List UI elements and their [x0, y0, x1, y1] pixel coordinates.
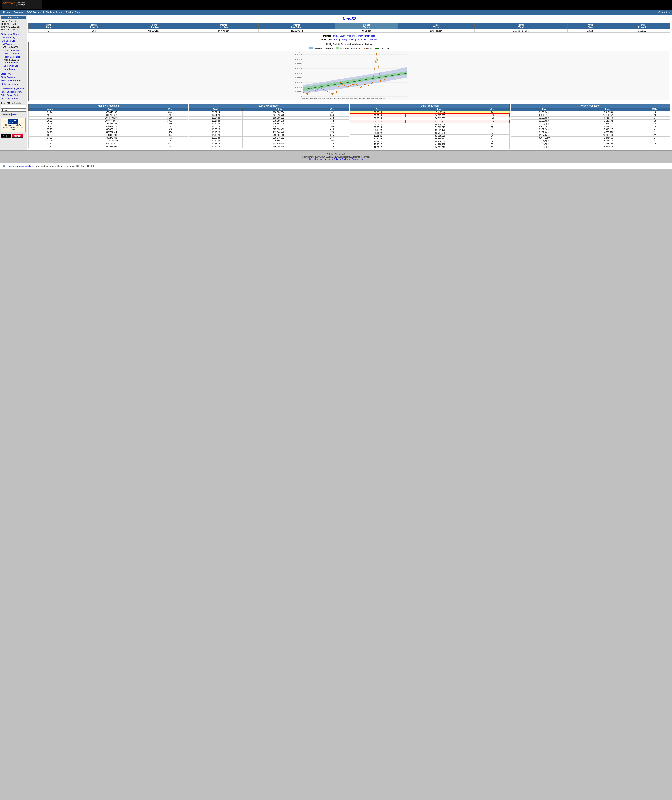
col-points-week: PointsWeek [398, 23, 474, 29]
table-row: 03.231,125,127,2901,791 [29, 139, 188, 142]
contact-us-link[interactable]: Contact Us [658, 11, 670, 14]
search-input[interactable] [1, 105, 26, 108]
legend-trend-label: Trend Line [380, 47, 389, 50]
daily-col-points: Points [406, 108, 475, 111]
daily-col-wus: WUs [475, 108, 509, 111]
svg-text:10,000,000: 10,000,000 [294, 91, 302, 93]
svg-text:50,000,000: 50,000,000 [294, 72, 302, 74]
table-row: 02.23623,168,820992 [29, 142, 188, 145]
table-row: 01.07.2490,867,995128 [350, 114, 509, 117]
sidebar-user-future[interactable]: User Future [1, 68, 26, 71]
search-button[interactable]: Search [1, 113, 11, 116]
table-row: 01.06, 6pm17,886,49825 [511, 142, 670, 145]
sidebar-user-overtake[interactable]: User Overtake [1, 64, 26, 68]
link-wu-monthly[interactable]: Monthly [358, 38, 366, 41]
sidebar-eoc-fah[interactable]: EOC F@H Forum [1, 97, 26, 100]
footer-privacy[interactable]: Privacy Policy [334, 158, 348, 160]
privacy-settings-link[interactable]: Privacy and cookie settings [7, 165, 34, 167]
table-row: 01.08, 12am16,846,67123 [511, 114, 670, 117]
table-row: 12.17.23275,686,775332 [189, 120, 349, 122]
sidebar-team-summary[interactable]: Team Summary [1, 48, 26, 52]
main-layout: FAH Stats Update: Current 01.08.24, 3am … [0, 15, 672, 151]
sidebar-fah-server[interactable]: F@H Server Status [1, 93, 26, 97]
col-rank-team: RankTeam [29, 23, 69, 29]
chart-svg: 0 10,000,000 20,000,000 30,000,000 40,00… [29, 51, 669, 99]
sidebar-all-teams[interactable]: All Teams List [1, 43, 26, 46]
sidebar-stats-export[interactable]: Stats Export Info [1, 75, 26, 79]
table-row: 01.07, 12am6,293,6119 [511, 136, 670, 139]
monthly-production: Monthly Production Month Points WUs 01.2… [29, 104, 188, 149]
sidebar-fah-support[interactable]: F@H Support Forum [1, 90, 26, 94]
table-row: 01.07, 9am2,832,9274 [511, 128, 670, 131]
sidebar-all-summary[interactable]: All Summary [1, 36, 26, 39]
link-points-weekly[interactable]: Weekly [347, 35, 354, 37]
nav-bar: Home | Reviews | EOC Forums | File Downl… [0, 10, 672, 15]
svg-text:30,000,000: 30,000,000 [294, 82, 302, 83]
link-points-daily-total[interactable]: Daily Total [365, 35, 376, 37]
sidebar-user-summary[interactable]: User Summary [1, 61, 26, 64]
svg-text:60,000,000: 60,000,000 [294, 68, 302, 69]
update-value: Current [8, 20, 16, 22]
help-link[interactable]: Help [13, 113, 17, 116]
table-row: 10.231,097,878,9551,431 [29, 120, 188, 122]
nav-reviews[interactable]: Reviews [12, 11, 24, 14]
merken-button[interactable]: Merken [12, 134, 23, 138]
nav-eoc-forums[interactable]: EOC Forums [25, 11, 43, 14]
link-wu-hourly[interactable]: Hourly [334, 38, 341, 41]
site-logo: EXTREME overclocking folding .com / [2, 1, 42, 9]
link-points-daily[interactable]: Daily [340, 35, 344, 37]
svg-text:12.29: 12.29 [350, 98, 354, 99]
sidebar-team-users[interactable]: Team Users List [1, 55, 26, 59]
sidebar-official-folding[interactable]: Official Folding@Home [1, 87, 26, 90]
table-row: 01.07, 12pm18,644,65225 [511, 125, 670, 128]
table-row: 08.23529,669,1181,192 [29, 125, 188, 128]
svg-text:12.21: 12.21 [334, 98, 337, 99]
sidebar-team-overtake[interactable]: Team Overtake [1, 52, 26, 55]
points-links: Points: Hourly | Daily | Weekly | Monthl… [29, 34, 670, 41]
footer-contact[interactable]: Contact Us [352, 158, 363, 160]
legend-trend-line [375, 48, 379, 48]
sidebar-stats-faq[interactable]: Stats FAQ [1, 72, 26, 75]
footer-disclaimer[interactable]: Disclaimer of Liability [309, 158, 330, 160]
sidebar-stats-database[interactable]: Stats Database Info [1, 79, 26, 82]
time-now: Time Now: 03:50 am [1, 26, 19, 28]
table-row: 01.07, 6pm9,120,18213 [511, 120, 670, 122]
svg-text:12.23: 12.23 [338, 98, 341, 99]
link-points-monthly[interactable]: Monthly [356, 35, 364, 37]
table-row: 11.12.23262,296,869345 [189, 134, 349, 136]
legend-points-label: Points [366, 47, 372, 50]
production-tables: Monthly Production Month Points WUs 01.2… [29, 104, 670, 149]
table-row: 01.07, 6am14,857,17621 [511, 131, 670, 134]
table-row: 12.30.2350,886,66162 [350, 137, 509, 140]
col-points-last-24hr: PointsLast 24hr [189, 23, 259, 29]
svg-text:01.08: 01.08 [371, 98, 374, 99]
nav-folding-stats[interactable]: Folding Stats [64, 11, 82, 14]
sidebar-stats-home[interactable]: Stats Home/News [1, 32, 26, 36]
sidebar-all-users[interactable]: All Users List [1, 39, 26, 43]
stat-points-last-24hr: 86,499,264 [189, 29, 259, 32]
nav-file-downloads[interactable]: File Downloads [44, 11, 64, 14]
svg-text:12.05: 12.05 [301, 98, 305, 99]
update-info: Update: Current 01.08.24, 3am CST Time N… [1, 20, 26, 31]
svg-text:12.25: 12.25 [342, 98, 346, 99]
sidebar-stats-sig[interactable]: Stats Sig Images [1, 82, 26, 86]
privacy-description: Managed by Google. Complies with IAB TCF… [35, 165, 94, 167]
link-wu-daily-total[interactable]: Daily Total [368, 38, 378, 41]
search-type-select[interactable]: TeamID UserID [1, 108, 26, 112]
link-wu-weekly[interactable]: Weekly [349, 38, 356, 41]
x-post-button[interactable]: X Post [1, 134, 11, 138]
table-row: 07.23498,052,2111,418 [29, 128, 188, 131]
legend-points: ■ Points [363, 47, 371, 50]
link-wu-daily[interactable]: Daily [342, 38, 347, 41]
table-row: 01.07, 9pm4,723,7406 [511, 117, 670, 120]
nav-home[interactable]: Home [2, 11, 11, 14]
daily-header: Daily Production [350, 104, 509, 108]
user-title: Neo-52 [29, 17, 670, 21]
table-row: 01.04.2446,704,00962 [350, 123, 509, 126]
legend-blue-conf: 75% Line Confidence [309, 47, 333, 50]
link-points-hourly[interactable]: Hourly [331, 35, 338, 37]
paypal-button[interactable]: PayPal DONATE [8, 119, 19, 124]
hourly-col-time: Time [511, 108, 578, 111]
table-row: 01.06, 3pm2,601,4194 [511, 145, 670, 148]
col-points-last-7days: PointsLast 7days [259, 23, 335, 29]
